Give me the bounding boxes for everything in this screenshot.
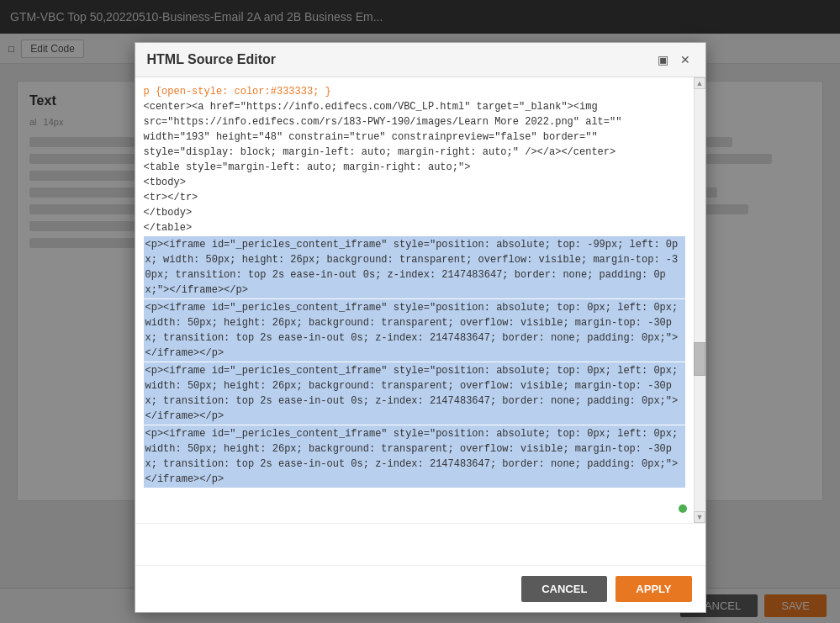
scroll-down-arrow[interactable]: ▼ — [694, 511, 705, 523]
code-line: width="193" height="48" constrain="true"… — [144, 129, 685, 145]
modal-title: HTML Source Editor — [147, 52, 277, 67]
code-line: <p><iframe id="_pericles_content_iframe"… — [144, 299, 685, 362]
code-line: <p><iframe id="_pericles_content_iframe"… — [144, 362, 685, 425]
scroll-up-arrow[interactable]: ▲ — [694, 77, 705, 89]
code-line: <p><iframe id="_pericles_content_iframe"… — [144, 236, 685, 298]
code-content-area[interactable]: p {open-style: color:#333333; }<center><… — [135, 77, 694, 523]
code-line: <center><a href="https://info.edifecs.co… — [144, 99, 685, 114]
modal-restore-button[interactable]: ▣ — [654, 51, 672, 68]
code-line: <table style="margin-left: auto; margin-… — [144, 160, 685, 175]
code-line: <tbody> — [144, 175, 685, 190]
apply-button[interactable]: APPLY — [615, 576, 691, 602]
code-line: <tr></tr> — [144, 190, 685, 205]
modal-header-controls: ▣ ✕ — [654, 51, 694, 68]
status-dot — [679, 504, 687, 513]
code-editor[interactable]: p {open-style: color:#333333; }<center><… — [135, 77, 705, 523]
modal-body: p {open-style: color:#333333; }<center><… — [135, 77, 705, 523]
code-line: </tbody> — [144, 205, 685, 220]
code-line: src="https://info.edifecs.com/rs/183-PWY… — [144, 114, 685, 129]
code-line: p {open-style: color:#333333; } — [144, 84, 685, 99]
scrollbar[interactable]: ▲ ▼ — [694, 77, 705, 523]
modal-separator — [135, 523, 705, 565]
scrollbar-track[interactable] — [695, 89, 705, 511]
html-source-editor-modal: HTML Source Editor ▣ ✕ p {open-style: co… — [135, 42, 706, 613]
cancel-button[interactable]: CANCEL — [521, 576, 607, 602]
scrollbar-thumb[interactable] — [694, 342, 705, 376]
modal-header: HTML Source Editor ▣ ✕ — [135, 43, 705, 77]
code-line: <p><iframe id="_pericles_content_iframe"… — [144, 425, 685, 488]
code-line: </table> — [144, 220, 685, 235]
modal-close-button[interactable]: ✕ — [677, 51, 694, 68]
modal-footer: CANCEL APPLY — [135, 565, 705, 612]
code-line: style="display: block; margin-left: auto… — [144, 145, 685, 160]
